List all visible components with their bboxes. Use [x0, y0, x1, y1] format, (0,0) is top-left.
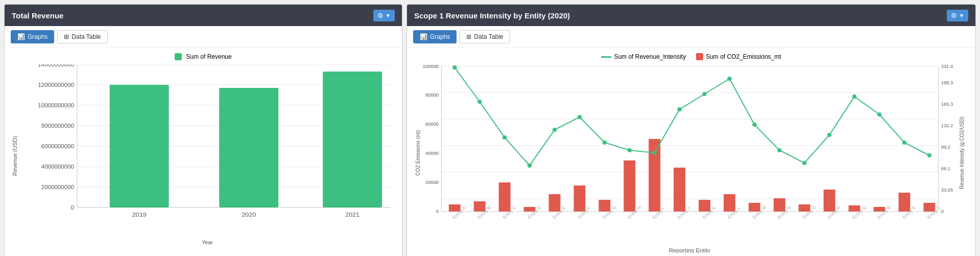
intensity-line	[455, 67, 929, 166]
svg-text:132.2: 132.2	[941, 123, 953, 128]
svg-text:8000000000: 8000000000	[41, 123, 74, 129]
svg-text:Revenue Intensity (g CO2/USD): Revenue Intensity (g CO2/USD)	[959, 117, 965, 189]
left-panel: Total Revenue ⚙ ▼ 📊 Graphs ⊞ Data Table …	[4, 4, 402, 256]
svg-text:0: 0	[941, 209, 944, 214]
bar-chart-svg: 0 2000000000 4000000000 6000000000 80000…	[18, 64, 397, 238]
x-axis-title-right: Reporting Entity	[669, 247, 711, 252]
dot-6	[578, 115, 582, 119]
right-datatable-tab[interactable]: ⊞ Data Table	[460, 30, 510, 43]
chevron-down-icon: ▼	[386, 13, 391, 18]
svg-text:60000: 60000	[425, 122, 439, 127]
bar-2021	[323, 72, 382, 207]
dot-17	[852, 95, 856, 99]
dot-2	[477, 100, 482, 104]
svg-text:198.3: 198.3	[941, 80, 953, 85]
left-graphs-tab[interactable]: 📊 Graphs	[11, 30, 54, 43]
svg-text:80000: 80000	[425, 92, 439, 98]
right-graphs-tab[interactable]: 📊 Graphs	[413, 30, 457, 43]
svg-text:14000000000: 14000000000	[38, 64, 74, 67]
svg-text:2000000000: 2000000000	[41, 184, 74, 190]
svg-text:10000000000: 10000000000	[38, 103, 74, 108]
table-icon-right: ⊞	[466, 33, 471, 40]
bar-chart-inner: Revenue (USD)	[10, 64, 397, 247]
svg-text:20000: 20000	[425, 180, 439, 185]
dot-7	[603, 141, 607, 145]
right-chart-svg: CO2 Emissions (mt) Revenue Intensity (g …	[412, 63, 970, 252]
dot-8	[628, 148, 632, 152]
right-chart-area: Sum of Revenue_Intensity Sum of CO2_Emis…	[407, 48, 975, 256]
dot-15	[802, 161, 806, 165]
bar-2019	[110, 85, 169, 207]
left-datatable-label: Data Table	[71, 33, 101, 40]
bar-chart-icon: 📊	[17, 33, 25, 40]
dot-4	[528, 164, 532, 168]
svg-text:12000000000: 12000000000	[38, 82, 74, 88]
svg-text:66.1: 66.1	[941, 166, 950, 171]
svg-text:99.2: 99.2	[941, 145, 950, 150]
x-axis-title: Year	[18, 239, 397, 245]
dot-11	[702, 92, 706, 96]
dot-16	[827, 133, 831, 137]
legend-box-co2	[696, 53, 703, 60]
bar-chart-plot: 0 2000000000 4000000000 6000000000 80000…	[18, 64, 397, 247]
svg-text:40000: 40000	[425, 151, 439, 156]
left-panel-title: Total Revenue	[12, 11, 63, 20]
svg-text:CO2 Emissions (mt): CO2 Emissions (mt)	[415, 130, 420, 175]
left-chart-legend: Sum of Revenue	[10, 53, 397, 60]
gear-icon-right: ⚙	[951, 12, 957, 19]
right-toolbar: 📊 Graphs ⊞ Data Table	[407, 26, 975, 48]
right-panel-title: Scope 1 Revenue Intensity by Entity (202…	[414, 11, 570, 20]
right-graphs-label: Graphs	[430, 33, 450, 40]
svg-text:4000000000: 4000000000	[41, 164, 74, 170]
dot-13	[752, 123, 756, 127]
left-panel-header: Total Revenue ⚙ ▼	[5, 5, 402, 26]
svg-text:6000000000: 6000000000	[41, 144, 74, 149]
svg-text:2021: 2021	[345, 212, 360, 218]
dot-5	[553, 128, 557, 132]
y-axis-label: Revenue (USD)	[10, 64, 18, 247]
legend-item-intensity: Sum of Revenue_Intensity	[601, 53, 686, 60]
left-datatable-tab[interactable]: ⊞ Data Table	[57, 30, 107, 43]
bar-entity-8	[624, 160, 635, 212]
chevron-down-icon-right: ▼	[959, 13, 964, 18]
svg-text:33.05: 33.05	[941, 188, 953, 193]
gear-icon: ⚙	[377, 12, 384, 19]
svg-text:231.4: 231.4	[941, 64, 953, 69]
bar-entity-3	[499, 182, 511, 212]
bar-entity-19	[898, 193, 910, 212]
svg-text:2019: 2019	[132, 212, 147, 218]
svg-text:100000: 100000	[423, 64, 439, 69]
left-toolbar: 📊 Graphs ⊞ Data Table	[5, 26, 402, 48]
legend-label-intensity: Sum of Revenue_Intensity	[614, 53, 686, 60]
svg-text:0: 0	[436, 209, 439, 214]
dot-9	[653, 151, 657, 155]
dot-14	[777, 148, 781, 152]
dot-18	[877, 112, 881, 117]
legend-label-revenue: Sum of Revenue	[186, 53, 231, 60]
right-gear-button[interactable]: ⚙ ▼	[947, 10, 968, 21]
dot-20	[927, 153, 931, 157]
right-legend: Sum of Revenue_Intensity Sum of CO2_Emis…	[412, 53, 970, 60]
left-graphs-label: Graphs	[28, 33, 47, 40]
bar-entity-9	[649, 139, 660, 212]
right-panel: Scope 1 Revenue Intensity by Entity (202…	[407, 4, 976, 256]
legend-item-co2: Sum of CO2_Emissions_mt	[696, 53, 781, 60]
dot-19	[902, 141, 906, 145]
dot-1	[452, 65, 457, 69]
dot-10	[677, 107, 681, 111]
bar-entity-6	[573, 185, 585, 212]
bar-2020	[219, 88, 278, 207]
table-icon: ⊞	[64, 33, 69, 40]
dot-12	[727, 77, 731, 81]
bar-chart-icon-right: 📊	[420, 33, 427, 40]
svg-text:165.3: 165.3	[941, 102, 953, 107]
legend-label-co2: Sum of CO2_Emissions_mt	[706, 53, 781, 60]
dot-3	[503, 135, 507, 139]
right-datatable-label: Data Table	[474, 33, 503, 40]
bar-entity-10	[674, 168, 685, 212]
bar-chart-container: Sum of Revenue Revenue (USD)	[10, 53, 397, 247]
left-chart-area: Sum of Revenue Revenue (USD)	[5, 48, 402, 256]
legend-color-revenue	[175, 53, 182, 60]
left-gear-button[interactable]: ⚙ ▼	[373, 10, 395, 21]
bar-entity-16	[824, 190, 835, 212]
